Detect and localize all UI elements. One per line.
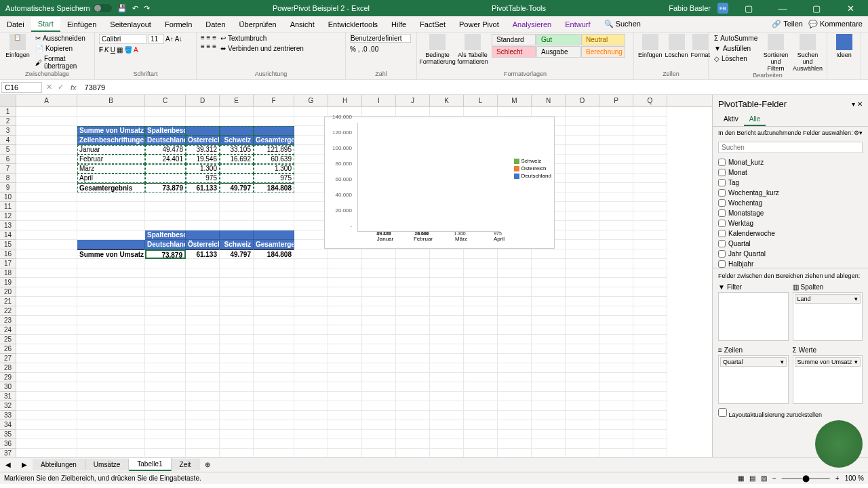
- cell[interactable]: [186, 420, 220, 430]
- cell[interactable]: Deutschland: [145, 240, 186, 249]
- cell[interactable]: [328, 411, 362, 420]
- cell[interactable]: [396, 354, 430, 363]
- cell[interactable]: [254, 259, 294, 268]
- cell[interactable]: [362, 449, 396, 457]
- cell[interactable]: [430, 401, 464, 411]
- cell[interactable]: [396, 392, 430, 401]
- cell[interactable]: [362, 373, 396, 382]
- cell[interactable]: [633, 420, 667, 430]
- cell[interactable]: [220, 449, 254, 457]
- cell[interactable]: [633, 363, 667, 373]
- cell[interactable]: [294, 126, 328, 136]
- cell[interactable]: [464, 268, 498, 278]
- cell[interactable]: [464, 287, 498, 297]
- cell[interactable]: [532, 249, 566, 259]
- cell[interactable]: [498, 278, 532, 287]
- cell[interactable]: [566, 392, 599, 401]
- cell[interactable]: [294, 174, 328, 183]
- cell[interactable]: [633, 439, 667, 449]
- fx-icon[interactable]: fx: [66, 83, 81, 92]
- cell[interactable]: [396, 249, 430, 259]
- cell[interactable]: [16, 354, 77, 363]
- cell[interactable]: [77, 287, 145, 297]
- field-item[interactable]: Quartal: [718, 239, 863, 249]
- cell[interactable]: [16, 363, 77, 373]
- cell[interactable]: [633, 278, 667, 287]
- row-header-8[interactable]: 8: [0, 174, 16, 183]
- cell[interactable]: [599, 230, 633, 240]
- cell[interactable]: [599, 430, 633, 439]
- cell[interactable]: [633, 325, 667, 335]
- cell[interactable]: [328, 401, 362, 411]
- cell[interactable]: [498, 287, 532, 297]
- cell[interactable]: 33.105: [220, 145, 254, 155]
- redo-icon[interactable]: ↷: [144, 4, 150, 13]
- cell[interactable]: [16, 287, 77, 297]
- cell[interactable]: [396, 411, 430, 420]
- cell[interactable]: [599, 155, 633, 164]
- cell[interactable]: [464, 306, 498, 316]
- name-box[interactable]: [1, 82, 42, 93]
- fill-color-button[interactable]: 🪣: [124, 46, 132, 54]
- cell[interactable]: [532, 373, 566, 382]
- cancel-formula-icon[interactable]: ✕: [43, 83, 55, 92]
- row-header-22[interactable]: 22: [0, 306, 16, 316]
- cell[interactable]: [599, 439, 633, 449]
- cell[interactable]: [294, 107, 328, 117]
- cell[interactable]: [396, 344, 430, 354]
- cell[interactable]: [566, 439, 599, 449]
- zoom-out-button[interactable]: −: [772, 474, 776, 482]
- cell[interactable]: [16, 401, 77, 411]
- cell[interactable]: 61.133: [186, 249, 220, 259]
- row-header-11[interactable]: 11: [0, 202, 16, 211]
- field-item[interactable]: Werktag: [718, 218, 863, 228]
- cell[interactable]: [396, 430, 430, 439]
- cell[interactable]: [599, 136, 633, 145]
- view-layout-icon[interactable]: ▤: [749, 474, 755, 482]
- row-header-6[interactable]: 6: [0, 155, 16, 164]
- field-item[interactable]: Halbjahr: [718, 259, 863, 268]
- cell[interactable]: [498, 420, 532, 430]
- cell[interactable]: [220, 211, 254, 221]
- cell[interactable]: Summe von Umsatz: [77, 249, 145, 259]
- cell[interactable]: [532, 411, 566, 420]
- fill-button[interactable]: ▼ Ausfüllen: [713, 44, 759, 53]
- cell[interactable]: [77, 278, 145, 287]
- cell[interactable]: [633, 401, 667, 411]
- cell[interactable]: [16, 249, 77, 259]
- cell[interactable]: [599, 382, 633, 392]
- cell[interactable]: [77, 297, 145, 306]
- area-zeilen[interactable]: Quartal▾: [718, 355, 789, 404]
- field-pane-gear-icon[interactable]: ⚙▾: [854, 129, 863, 136]
- cell[interactable]: [16, 420, 77, 430]
- cell[interactable]: [77, 240, 145, 249]
- confirm-formula-icon[interactable]: ✓: [55, 83, 66, 92]
- bold-button[interactable]: F: [99, 46, 103, 54]
- zoom-in-button[interactable]: +: [835, 474, 840, 482]
- row-header-14[interactable]: 14: [0, 230, 16, 240]
- field-checkbox[interactable]: [718, 199, 726, 207]
- cell[interactable]: [145, 439, 186, 449]
- cell[interactable]: [633, 306, 667, 316]
- cell[interactable]: 184.808: [254, 249, 294, 259]
- col-header-O[interactable]: O: [566, 95, 599, 106]
- cell[interactable]: [77, 230, 145, 240]
- cell[interactable]: [633, 373, 667, 382]
- cell[interactable]: [328, 268, 362, 278]
- sort-button[interactable]: Sortieren und Filtern: [762, 34, 790, 72]
- cell[interactable]: [599, 420, 633, 430]
- cell[interactable]: [294, 164, 328, 174]
- cell[interactable]: [16, 449, 77, 457]
- cell[interactable]: [77, 430, 145, 439]
- cell[interactable]: [633, 335, 667, 344]
- row-header-37[interactable]: 37: [0, 449, 16, 457]
- cell[interactable]: [566, 411, 599, 420]
- cell[interactable]: [566, 401, 599, 411]
- cell[interactable]: [430, 411, 464, 420]
- cell[interactable]: [566, 174, 599, 183]
- cell[interactable]: 16.692: [220, 155, 254, 164]
- field-tab-alle[interactable]: Alle: [744, 113, 766, 126]
- cell[interactable]: [145, 268, 186, 278]
- cell[interactable]: [254, 221, 294, 230]
- paste-button[interactable]: 📋Einfügen: [4, 34, 31, 58]
